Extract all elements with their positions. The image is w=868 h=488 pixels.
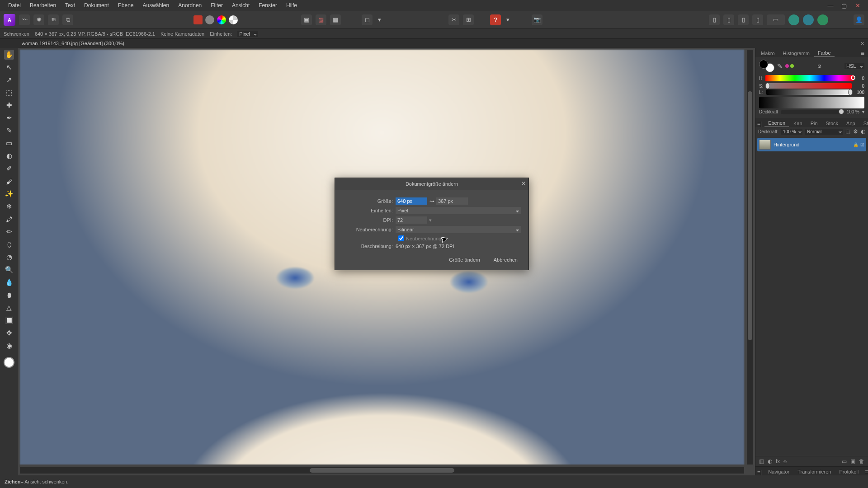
tb-liquify-icon[interactable]: 〰: [19, 14, 30, 25]
tool-19[interactable]: ⬮: [4, 290, 14, 300]
resize-ok-button[interactable]: Größe ändern: [445, 255, 483, 264]
link-icon[interactable]: ⊶: [427, 198, 436, 204]
tab-transform[interactable]: Transformieren: [794, 468, 835, 475]
tool-5[interactable]: ✒: [4, 113, 14, 123]
tab-anp[interactable]: Anp: [843, 120, 859, 127]
align-1-icon[interactable]: ▯: [709, 14, 720, 25]
tool-3[interactable]: ⬚: [4, 88, 14, 98]
persona-rainbow-icon[interactable]: [217, 15, 226, 24]
cloud-1-icon[interactable]: [788, 14, 799, 25]
tool-23[interactable]: ◉: [4, 341, 14, 351]
add-layer-icon[interactable]: ▭: [842, 458, 847, 465]
light-slider[interactable]: [766, 89, 852, 95]
persona-red-icon[interactable]: [193, 15, 203, 24]
fg-color-swatch[interactable]: [759, 60, 768, 69]
persona-transparent-icon[interactable]: [229, 15, 238, 24]
tab-kan[interactable]: Kan: [790, 120, 806, 127]
tab-pin[interactable]: Pin: [807, 120, 821, 127]
tab-histogramm[interactable]: Histogramm: [779, 50, 813, 57]
menu-ebene[interactable]: Ebene: [113, 0, 138, 10]
sat-slider[interactable]: [766, 83, 852, 89]
document-tab[interactable]: woman-1919143_640.jpg [Geändert] (300,0%…: [18, 40, 128, 47]
resample-select[interactable]: Bilinear: [396, 226, 521, 233]
blend-mode-select[interactable]: Normal: [805, 129, 843, 135]
color-swatch[interactable]: [4, 357, 14, 368]
menu-auswählen[interactable]: Auswählen: [138, 0, 174, 10]
doc-tab-close-icon[interactable]: ✕: [860, 41, 868, 47]
tool-13[interactable]: 🖍: [4, 214, 14, 224]
tool-11[interactable]: ✨: [4, 189, 14, 199]
tool-10[interactable]: 🖌: [4, 176, 14, 186]
layer-lock-state-icon[interactable]: 🔒: [853, 142, 859, 147]
width-input[interactable]: [396, 197, 427, 205]
align-2-icon[interactable]: ▯: [723, 14, 734, 25]
vertical-scrollbar[interactable]: [747, 50, 753, 465]
fg-bg-swatches[interactable]: [759, 60, 774, 72]
minimize-button[interactable]: —: [826, 1, 835, 9]
tab-stile[interactable]: Stile: [860, 120, 868, 127]
menu-datei[interactable]: Datei: [4, 0, 25, 10]
dropdown-icon[interactable]: ▾: [376, 14, 382, 25]
tool-18[interactable]: 💧: [4, 277, 14, 287]
recent-2[interactable]: [790, 64, 794, 68]
tool-12[interactable]: ❄: [4, 202, 14, 211]
bottom-collapse-icon[interactable]: =|: [757, 469, 764, 475]
tool-14[interactable]: ✏: [4, 227, 14, 237]
menu-hilfe[interactable]: Hilfe: [282, 0, 302, 10]
mask-icon[interactable]: ▥: [759, 458, 764, 465]
menu-text[interactable]: Text: [61, 0, 80, 10]
layer-blend-icon[interactable]: ◐: [861, 128, 865, 135]
arrange-icon[interactable]: ⊞: [463, 14, 474, 25]
menu-anordnen[interactable]: Anordnen: [174, 0, 206, 10]
selection-remove-icon[interactable]: ▨: [316, 14, 326, 25]
tb-develop-icon[interactable]: ✺: [33, 14, 44, 25]
horizontal-scrollbar[interactable]: [20, 467, 744, 474]
resample-checkbox[interactable]: [398, 235, 404, 241]
tab-navigator[interactable]: Navigator: [764, 468, 793, 475]
tab-farbe[interactable]: Farbe: [814, 49, 835, 57]
align-pair-icon[interactable]: ▭: [767, 14, 785, 25]
tab-stock[interactable]: Stock: [822, 120, 842, 127]
tool-21[interactable]: 🔲: [4, 315, 14, 325]
selection-add-icon[interactable]: ▣: [301, 14, 312, 25]
adjust-icon[interactable]: ◐: [768, 458, 772, 465]
tool-6[interactable]: ✎: [4, 126, 14, 136]
eyedropper-icon[interactable]: ✎: [777, 62, 783, 70]
tool-8[interactable]: ◐: [4, 151, 14, 161]
dialog-close-icon[interactable]: ✕: [521, 180, 526, 187]
menu-fenster[interactable]: Fenster: [254, 0, 282, 10]
height-input[interactable]: [436, 197, 468, 205]
crop-icon[interactable]: ✂: [448, 14, 459, 25]
group-icon[interactable]: ▣: [850, 458, 855, 465]
tool-0[interactable]: ✋: [4, 50, 14, 60]
opacity-dropdown-icon[interactable]: ▾: [862, 109, 864, 114]
layer-opacity-select[interactable]: 100 %: [781, 129, 802, 135]
dialog-titlebar[interactable]: Dokumentgröße ändern ✕: [335, 178, 528, 190]
persona-grey-icon[interactable]: [205, 15, 214, 24]
align-4-icon[interactable]: ▯: [752, 14, 763, 25]
help-icon[interactable]: ?: [490, 14, 501, 25]
cancel-button[interactable]: Abbrechen: [490, 255, 521, 264]
color-model-select[interactable]: HSL: [844, 63, 864, 69]
tb-export-icon[interactable]: ⧉: [62, 14, 73, 25]
delete-layer-icon[interactable]: 🗑: [859, 458, 864, 465]
none-color-icon[interactable]: ⊘: [817, 63, 821, 69]
tool-2[interactable]: ↗: [4, 75, 14, 85]
tool-15[interactable]: ⬯: [4, 239, 14, 249]
recent-1[interactable]: [785, 64, 789, 68]
panel-menu-icon[interactable]: ≡: [859, 50, 866, 57]
menu-bearbeiten[interactable]: Bearbeiten: [25, 0, 61, 10]
help-dropdown-icon[interactable]: ▾: [505, 14, 511, 25]
align-3-icon[interactable]: ▯: [738, 14, 749, 25]
hue-slider[interactable]: [765, 75, 854, 81]
selection-intersect-icon[interactable]: ▦: [330, 14, 341, 25]
maximize-button[interactable]: ▢: [840, 1, 848, 9]
tool-16[interactable]: ◔: [4, 252, 14, 262]
menu-ansicht[interactable]: Ansicht: [227, 0, 254, 10]
user-icon[interactable]: 👤: [854, 14, 864, 25]
cloud-2-icon[interactable]: [803, 14, 814, 25]
tool-4[interactable]: ✚: [4, 100, 14, 110]
bottom-panel-menu-icon[interactable]: ≡: [863, 468, 868, 475]
tab-ebenen[interactable]: Ebenen: [764, 119, 789, 127]
fx-icon[interactable]: fx: [776, 458, 780, 465]
